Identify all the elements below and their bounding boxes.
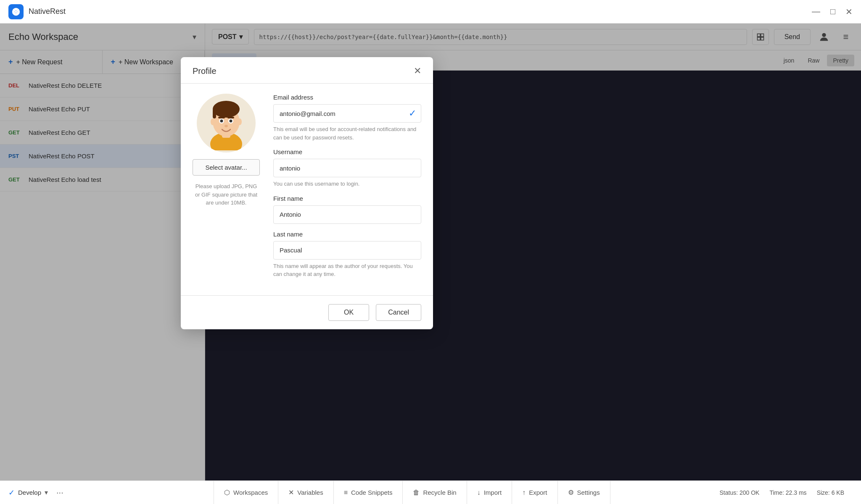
svg-point-1: [15, 10, 17, 13]
svg-rect-13: [218, 117, 225, 118]
bottom-tabs: ⬡ Workspaces ✕ Variables ≡ Code Snippets…: [214, 481, 711, 504]
import-label: Import: [484, 489, 502, 496]
dialog-body: Select avatar... Please upload JPG, PNG …: [181, 84, 433, 295]
variables-label: Variables: [297, 489, 323, 496]
firstname-input-wrap: [273, 205, 421, 224]
email-input-wrap: ✓: [273, 104, 421, 123]
workspaces-label: Workspaces: [233, 489, 268, 496]
username-label: Username: [273, 148, 421, 155]
close-button[interactable]: ✕: [845, 7, 853, 17]
maximize-button[interactable]: □: [830, 7, 835, 17]
avatar-section: Select avatar... Please upload JPG, PNG …: [193, 94, 260, 285]
svg-point-17: [220, 120, 223, 123]
cancel-button[interactable]: Cancel: [376, 304, 421, 321]
lastname-label: Last name: [273, 231, 421, 238]
svg-point-19: [224, 125, 228, 127]
select-avatar-button[interactable]: Select avatar...: [193, 159, 260, 176]
status-text: Status: 200 OK: [720, 489, 760, 496]
email-input[interactable]: [273, 104, 421, 123]
firstname-label: First name: [273, 195, 421, 202]
minimize-button[interactable]: —: [812, 7, 820, 17]
lastname-hint: This name will appear as the author of y…: [273, 262, 421, 278]
environment-name: Develop: [18, 489, 41, 496]
username-hint: You can use this username to login.: [273, 180, 421, 188]
dialog-title: Profile: [193, 66, 217, 76]
recycle-bin-tab[interactable]: 🗑 Recycle Bin: [403, 481, 467, 504]
window-controls: — □ ✕: [812, 7, 853, 17]
form-section: Email address ✓ This email will be used …: [273, 94, 421, 285]
email-group: Email address ✓ This email will be used …: [273, 94, 421, 142]
import-tab[interactable]: ↓ Import: [467, 481, 512, 504]
settings-label: Settings: [577, 489, 600, 496]
lastname-input[interactable]: [273, 241, 421, 260]
title-bar: NativeRest — □ ✕: [0, 0, 861, 24]
dialog-header: Profile ✕: [181, 57, 433, 84]
ok-button[interactable]: OK: [328, 304, 369, 321]
snippets-icon: ≡: [344, 489, 348, 496]
status-bar: Status: 200 OK Time: 22.3 ms Size: 6 KB: [711, 489, 853, 496]
size-text: Size: 6 KB: [817, 489, 844, 496]
export-label: Export: [529, 489, 547, 496]
dialog-close-button[interactable]: ✕: [414, 66, 421, 76]
avatar-hint: Please upload JPG, PNG or GIF square pic…: [193, 182, 260, 207]
email-hint: This email will be used for account-rela…: [273, 125, 421, 142]
svg-point-11: [213, 101, 240, 118]
export-icon: ↑: [522, 489, 526, 496]
svg-point-20: [211, 118, 215, 125]
export-tab[interactable]: ↑ Export: [512, 481, 557, 504]
username-input-wrap: [273, 159, 421, 177]
bottom-bar: ✓ Develop ▾ ··· ⬡ Workspaces ✕ Variables…: [0, 480, 861, 504]
variables-tab[interactable]: ✕ Variables: [278, 481, 333, 504]
time-text: Time: 22.3 ms: [769, 489, 806, 496]
recycle-bin-label: Recycle Bin: [423, 489, 456, 496]
firstname-input[interactable]: [273, 205, 421, 224]
modal-overlay[interactable]: Profile ✕: [0, 24, 861, 480]
app-name: NativeRest: [29, 7, 812, 16]
profile-dialog: Profile ✕: [181, 57, 433, 329]
settings-tab[interactable]: ⚙ Settings: [558, 481, 610, 504]
svg-point-18: [230, 120, 232, 123]
env-chevron-icon: ▾: [45, 488, 48, 496]
variables-icon: ✕: [288, 488, 294, 496]
env-check-icon: ✓: [8, 488, 15, 497]
recycle-bin-icon: 🗑: [413, 489, 420, 496]
workspaces-icon: ⬡: [224, 488, 230, 496]
svg-rect-14: [227, 117, 234, 118]
firstname-group: First name: [273, 195, 421, 224]
environment-section: ✓ Develop ▾ ···: [8, 488, 214, 497]
email-check-icon: ✓: [409, 108, 416, 119]
avatar-image: [197, 94, 256, 152]
username-input[interactable]: [273, 159, 421, 177]
lastname-group: Last name This name will appear as the a…: [273, 231, 421, 278]
import-icon: ↓: [477, 489, 481, 496]
dialog-footer: OK Cancel: [181, 295, 433, 329]
lastname-input-wrap: [273, 241, 421, 260]
email-label: Email address: [273, 94, 421, 101]
app-icon: [8, 4, 24, 19]
env-more-button[interactable]: ···: [56, 488, 63, 497]
snippets-label: Code Snippets: [351, 489, 392, 496]
username-group: Username You can use this username to lo…: [273, 148, 421, 188]
workspaces-tab[interactable]: ⬡ Workspaces: [214, 481, 278, 504]
svg-point-21: [238, 118, 242, 125]
svg-rect-12: [213, 109, 216, 118]
settings-icon: ⚙: [568, 488, 574, 496]
code-snippets-tab[interactable]: ≡ Code Snippets: [334, 481, 403, 504]
